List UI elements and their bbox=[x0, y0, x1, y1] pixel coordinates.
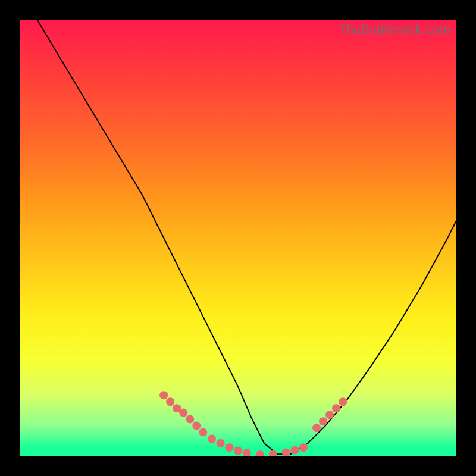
curve-svg bbox=[20, 20, 456, 456]
highlight-dots-group bbox=[159, 391, 347, 456]
highlight-dot bbox=[166, 397, 174, 406]
highlight-dot bbox=[225, 443, 233, 452]
highlight-dot bbox=[339, 397, 347, 406]
highlight-dot bbox=[325, 411, 334, 419]
highlight-dot bbox=[256, 450, 264, 456]
highlight-dot bbox=[234, 447, 242, 455]
highlight-dot bbox=[319, 417, 327, 425]
bottleneck-curve bbox=[37, 20, 456, 454]
highlight-dot bbox=[199, 428, 207, 437]
highlight-dot bbox=[282, 448, 290, 456]
highlight-dot bbox=[186, 415, 194, 424]
highlight-dot bbox=[299, 443, 308, 452]
highlight-dot bbox=[179, 409, 187, 417]
highlight-dot bbox=[332, 404, 340, 412]
highlight-dot bbox=[159, 391, 168, 399]
highlight-dot bbox=[312, 424, 321, 432]
chart-plot-area: TheBottleneck.com bbox=[20, 20, 456, 456]
highlight-dot bbox=[290, 446, 299, 455]
highlight-dot bbox=[192, 422, 201, 430]
highlight-dot bbox=[208, 435, 216, 443]
highlight-dot bbox=[217, 439, 225, 447]
highlight-dot bbox=[243, 449, 251, 456]
chart-frame: TheBottleneck.com bbox=[0, 0, 476, 476]
highlight-dot bbox=[269, 450, 277, 456]
